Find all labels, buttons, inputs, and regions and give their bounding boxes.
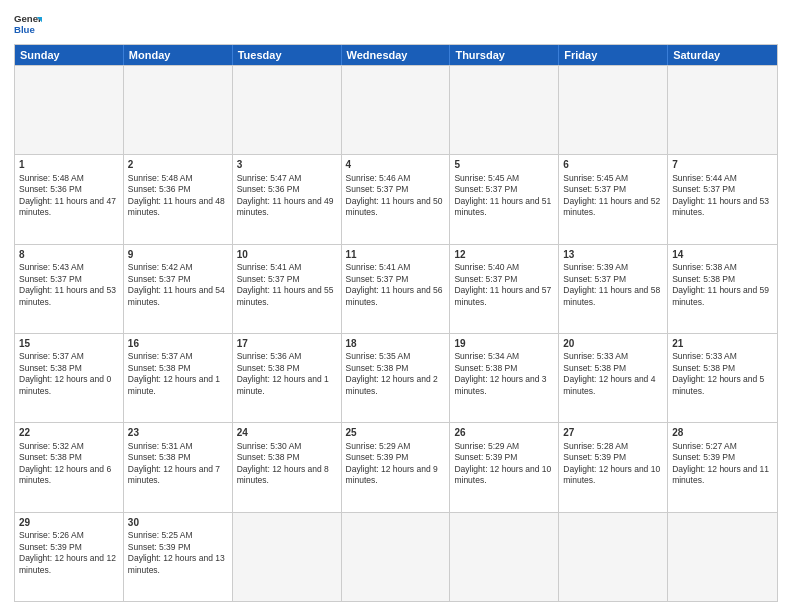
sunset-text: Sunset: 5:37 PM <box>672 184 735 194</box>
daylight-text: Daylight: 11 hours and 47 minutes. <box>19 196 116 217</box>
day-number: 30 <box>128 516 228 530</box>
daylight-text: Daylight: 12 hours and 13 minutes. <box>128 553 225 574</box>
calendar-cell <box>559 513 668 601</box>
sunrise-text: Sunrise: 5:36 AM <box>237 351 302 361</box>
daylight-text: Daylight: 11 hours and 52 minutes. <box>563 196 660 217</box>
calendar-cell <box>233 513 342 601</box>
sunrise-text: Sunrise: 5:26 AM <box>19 530 84 540</box>
calendar-cell: 20Sunrise: 5:33 AMSunset: 5:38 PMDayligh… <box>559 334 668 422</box>
daylight-text: Daylight: 12 hours and 0 minutes. <box>19 374 111 395</box>
day-number: 22 <box>19 426 119 440</box>
sunset-text: Sunset: 5:37 PM <box>563 184 626 194</box>
daylight-text: Daylight: 12 hours and 12 minutes. <box>19 553 116 574</box>
day-number: 1 <box>19 158 119 172</box>
calendar-cell: 2Sunrise: 5:48 AMSunset: 5:36 PMDaylight… <box>124 155 233 243</box>
calendar-header-cell: Thursday <box>450 45 559 65</box>
sunset-text: Sunset: 5:36 PM <box>237 184 300 194</box>
daylight-text: Daylight: 11 hours and 55 minutes. <box>237 285 334 306</box>
calendar-header-cell: Sunday <box>15 45 124 65</box>
day-number: 29 <box>19 516 119 530</box>
calendar-header-row: SundayMondayTuesdayWednesdayThursdayFrid… <box>15 45 777 65</box>
calendar-cell: 21Sunrise: 5:33 AMSunset: 5:38 PMDayligh… <box>668 334 777 422</box>
calendar-cell: 16Sunrise: 5:37 AMSunset: 5:38 PMDayligh… <box>124 334 233 422</box>
sunset-text: Sunset: 5:39 PM <box>563 452 626 462</box>
day-number: 7 <box>672 158 773 172</box>
calendar-header-cell: Saturday <box>668 45 777 65</box>
calendar-header-cell: Friday <box>559 45 668 65</box>
day-number: 3 <box>237 158 337 172</box>
sunset-text: Sunset: 5:39 PM <box>672 452 735 462</box>
sunrise-text: Sunrise: 5:29 AM <box>346 441 411 451</box>
sunset-text: Sunset: 5:39 PM <box>454 452 517 462</box>
sunset-text: Sunset: 5:38 PM <box>563 363 626 373</box>
page-header: General Blue <box>14 10 778 38</box>
calendar-week-row: 29Sunrise: 5:26 AMSunset: 5:39 PMDayligh… <box>15 512 777 601</box>
calendar-cell: 26Sunrise: 5:29 AMSunset: 5:39 PMDayligh… <box>450 423 559 511</box>
daylight-text: Daylight: 12 hours and 11 minutes. <box>672 464 769 485</box>
daylight-text: Daylight: 12 hours and 9 minutes. <box>346 464 438 485</box>
day-number: 24 <box>237 426 337 440</box>
daylight-text: Daylight: 11 hours and 59 minutes. <box>672 285 769 306</box>
daylight-text: Daylight: 11 hours and 57 minutes. <box>454 285 551 306</box>
calendar: SundayMondayTuesdayWednesdayThursdayFrid… <box>14 44 778 602</box>
sunrise-text: Sunrise: 5:33 AM <box>672 351 737 361</box>
day-number: 27 <box>563 426 663 440</box>
daylight-text: Daylight: 12 hours and 7 minutes. <box>128 464 220 485</box>
calendar-cell <box>559 66 668 154</box>
sunrise-text: Sunrise: 5:48 AM <box>19 173 84 183</box>
calendar-cell: 12Sunrise: 5:40 AMSunset: 5:37 PMDayligh… <box>450 245 559 333</box>
calendar-week-row: 15Sunrise: 5:37 AMSunset: 5:38 PMDayligh… <box>15 333 777 422</box>
sunrise-text: Sunrise: 5:41 AM <box>237 262 302 272</box>
day-number: 2 <box>128 158 228 172</box>
day-number: 17 <box>237 337 337 351</box>
calendar-cell: 8Sunrise: 5:43 AMSunset: 5:37 PMDaylight… <box>15 245 124 333</box>
calendar-cell: 13Sunrise: 5:39 AMSunset: 5:37 PMDayligh… <box>559 245 668 333</box>
day-number: 10 <box>237 248 337 262</box>
sunrise-text: Sunrise: 5:45 AM <box>563 173 628 183</box>
sunset-text: Sunset: 5:39 PM <box>128 542 191 552</box>
calendar-cell: 6Sunrise: 5:45 AMSunset: 5:37 PMDaylight… <box>559 155 668 243</box>
sunset-text: Sunset: 5:37 PM <box>454 184 517 194</box>
sunrise-text: Sunrise: 5:40 AM <box>454 262 519 272</box>
calendar-cell: 3Sunrise: 5:47 AMSunset: 5:36 PMDaylight… <box>233 155 342 243</box>
calendar-week-row <box>15 65 777 154</box>
sunset-text: Sunset: 5:38 PM <box>19 363 82 373</box>
sunrise-text: Sunrise: 5:30 AM <box>237 441 302 451</box>
sunrise-text: Sunrise: 5:28 AM <box>563 441 628 451</box>
sunset-text: Sunset: 5:38 PM <box>237 363 300 373</box>
day-number: 8 <box>19 248 119 262</box>
sunrise-text: Sunrise: 5:38 AM <box>672 262 737 272</box>
calendar-week-row: 22Sunrise: 5:32 AMSunset: 5:38 PMDayligh… <box>15 422 777 511</box>
calendar-cell: 11Sunrise: 5:41 AMSunset: 5:37 PMDayligh… <box>342 245 451 333</box>
calendar-header-cell: Wednesday <box>342 45 451 65</box>
svg-text:Blue: Blue <box>14 24 35 35</box>
day-number: 25 <box>346 426 446 440</box>
calendar-cell: 10Sunrise: 5:41 AMSunset: 5:37 PMDayligh… <box>233 245 342 333</box>
calendar-cell: 30Sunrise: 5:25 AMSunset: 5:39 PMDayligh… <box>124 513 233 601</box>
daylight-text: Daylight: 11 hours and 49 minutes. <box>237 196 334 217</box>
calendar-header-cell: Monday <box>124 45 233 65</box>
daylight-text: Daylight: 12 hours and 6 minutes. <box>19 464 111 485</box>
sunrise-text: Sunrise: 5:25 AM <box>128 530 193 540</box>
daylight-text: Daylight: 12 hours and 2 minutes. <box>346 374 438 395</box>
sunrise-text: Sunrise: 5:29 AM <box>454 441 519 451</box>
day-number: 4 <box>346 158 446 172</box>
sunset-text: Sunset: 5:37 PM <box>237 274 300 284</box>
calendar-cell: 28Sunrise: 5:27 AMSunset: 5:39 PMDayligh… <box>668 423 777 511</box>
calendar-cell: 19Sunrise: 5:34 AMSunset: 5:38 PMDayligh… <box>450 334 559 422</box>
calendar-cell <box>450 513 559 601</box>
daylight-text: Daylight: 12 hours and 10 minutes. <box>563 464 660 485</box>
calendar-cell: 5Sunrise: 5:45 AMSunset: 5:37 PMDaylight… <box>450 155 559 243</box>
sunrise-text: Sunrise: 5:37 AM <box>19 351 84 361</box>
sunset-text: Sunset: 5:37 PM <box>19 274 82 284</box>
sunset-text: Sunset: 5:37 PM <box>128 274 191 284</box>
daylight-text: Daylight: 11 hours and 53 minutes. <box>672 196 769 217</box>
sunrise-text: Sunrise: 5:47 AM <box>237 173 302 183</box>
sunset-text: Sunset: 5:38 PM <box>672 274 735 284</box>
day-number: 11 <box>346 248 446 262</box>
day-number: 26 <box>454 426 554 440</box>
sunset-text: Sunset: 5:38 PM <box>346 363 409 373</box>
sunrise-text: Sunrise: 5:31 AM <box>128 441 193 451</box>
day-number: 16 <box>128 337 228 351</box>
calendar-header-cell: Tuesday <box>233 45 342 65</box>
